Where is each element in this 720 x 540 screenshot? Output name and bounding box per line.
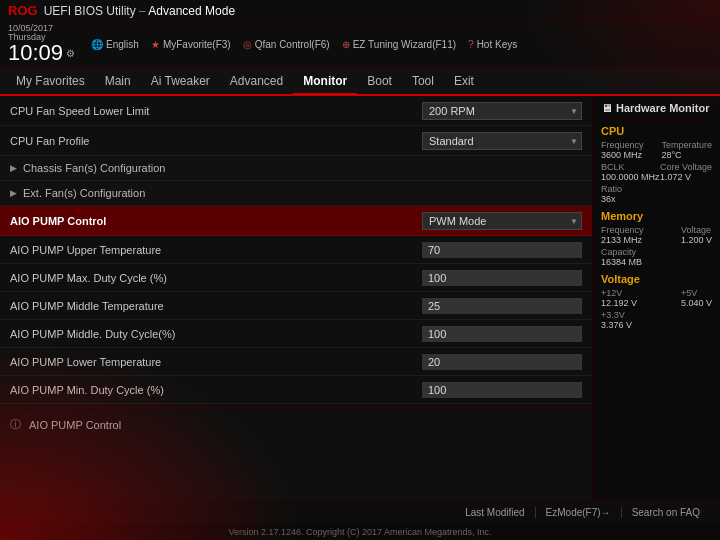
time-text: 10:09 <box>8 42 63 64</box>
chassis-fan-section[interactable]: ▶ Chassis Fan(s) Configuration <box>0 156 592 181</box>
aio-pump-upper-temp-label: AIO PUMP Upper Temperature <box>10 244 422 256</box>
hot-keys-button[interactable]: ? Hot Keys <box>468 39 517 50</box>
hw-mem-freq-row: Frequency 2133 MHz Voltage 1.200 V <box>601 225 712 245</box>
aio-pump-min-duty-input[interactable] <box>422 382 582 398</box>
tab-advanced[interactable]: Advanced <box>220 69 293 93</box>
cpu-fan-profile-value[interactable]: Standard Silent Turbo <box>422 131 582 150</box>
aio-pump-control-row[interactable]: AIO PUMP Control PWM Mode DC Mode <box>0 206 592 236</box>
aio-pump-middle-duty-label: AIO PUMP Middle. Duty Cycle(%) <box>10 328 422 340</box>
status-bar: Last Modified EzMode(F7)→ Search on FAQ <box>0 501 720 523</box>
star-icon: ★ <box>151 39 160 50</box>
cpu-fan-profile-dropdown[interactable]: Standard Silent Turbo <box>422 132 582 150</box>
cpu-fan-profile-row[interactable]: CPU Fan Profile Standard Silent Turbo <box>0 126 592 156</box>
cpu-fan-speed-dropdown[interactable]: 200 RPM 300 RPM 400 RPM <box>422 102 582 120</box>
hw-monitor-title: 🖥 Hardware Monitor <box>601 102 712 119</box>
hardware-monitor-panel: 🖥 Hardware Monitor CPU Frequency 3600 MH… <box>592 96 720 501</box>
cpu-fan-speed-lower-limit-label: CPU Fan Speed Lower Limit <box>10 105 422 117</box>
expand-arrow-chassis: ▶ <box>10 163 17 173</box>
hw-voltage-section: Voltage <box>601 273 712 285</box>
wizard-icon: ⊕ <box>342 39 350 50</box>
search-faq-button[interactable]: Search on FAQ <box>621 507 710 518</box>
ez-mode-button[interactable]: EzMode(F7)→ <box>535 507 621 518</box>
aio-pump-upper-temp-input[interactable] <box>422 242 582 258</box>
tab-exit[interactable]: Exit <box>444 69 484 93</box>
tab-boot[interactable]: Boot <box>357 69 402 93</box>
aio-pump-middle-temp-row[interactable]: AIO PUMP Middle Temperature <box>0 292 592 320</box>
aio-pump-max-duty-row[interactable]: AIO PUMP Max. Duty Cycle (%) <box>0 264 592 292</box>
hw-cpu-section: CPU <box>601 125 712 137</box>
aio-pump-lower-temp-row[interactable]: AIO PUMP Lower Temperature <box>0 348 592 376</box>
tab-tool[interactable]: Tool <box>402 69 444 93</box>
aio-pump-middle-duty-value[interactable] <box>422 326 582 342</box>
expand-arrow-ext: ▶ <box>10 188 17 198</box>
main-panel: CPU Fan Speed Lower Limit 200 RPM 300 RP… <box>0 96 592 501</box>
footer: Version 2.17.1246. Copyright (C) 2017 Am… <box>0 523 720 540</box>
bottom-description: AIO PUMP Control <box>29 419 121 431</box>
nav-bar: My Favorites Main Ai Tweaker Advanced Mo… <box>0 68 720 96</box>
rog-logo: ROG <box>8 3 38 18</box>
monitor-icon: 🖥 <box>601 102 612 114</box>
tab-my-favorites[interactable]: My Favorites <box>6 69 95 93</box>
aio-pump-middle-temp-value[interactable] <box>422 298 582 314</box>
hw-cpu-freq-row: Frequency 3600 MHz Temperature 28°C <box>601 140 712 160</box>
ext-fan-label: Ext. Fan(s) Configuration <box>23 187 145 199</box>
ez-tuning-button[interactable]: ⊕ EZ Tuning Wizard(F11) <box>342 39 456 50</box>
aio-pump-control-value[interactable]: PWM Mode DC Mode <box>422 211 582 230</box>
globe-icon: 🌐 <box>91 39 103 50</box>
aio-pump-min-duty-row[interactable]: AIO PUMP Min. Duty Cycle (%) <box>0 376 592 404</box>
aio-pump-upper-temp-value[interactable] <box>422 242 582 258</box>
settings-icon[interactable]: ⚙ <box>66 48 75 59</box>
aio-pump-middle-temp-input[interactable] <box>422 298 582 314</box>
hw-mem-capacity-row: Capacity 16384 MB <box>601 247 712 267</box>
cpu-fan-speed-lower-limit-row[interactable]: CPU Fan Speed Lower Limit 200 RPM 300 RP… <box>0 96 592 126</box>
aio-pump-lower-temp-label: AIO PUMP Lower Temperature <box>10 356 422 368</box>
hw-cpu-bclk-row: BCLK 100.0000 MHz Core Voltage 1.072 V <box>601 162 712 182</box>
hw-cpu-ratio-row: Ratio 36x <box>601 184 712 204</box>
aio-pump-min-duty-value[interactable] <box>422 382 582 398</box>
tab-main[interactable]: Main <box>95 69 141 93</box>
last-modified-button[interactable]: Last Modified <box>455 507 534 518</box>
aio-pump-min-duty-label: AIO PUMP Min. Duty Cycle (%) <box>10 384 422 396</box>
aio-pump-control-label: AIO PUMP Control <box>10 215 422 227</box>
my-favorites-button[interactable]: ★ MyFavorite(F3) <box>151 39 231 50</box>
fan-icon: ◎ <box>243 39 252 50</box>
aio-pump-max-duty-value[interactable] <box>422 270 582 286</box>
aio-pump-lower-temp-input[interactable] <box>422 354 582 370</box>
qfan-control-button[interactable]: ◎ Qfan Control(F6) <box>243 39 330 50</box>
hw-memory-section: Memory <box>601 210 712 222</box>
aio-pump-middle-temp-label: AIO PUMP Middle Temperature <box>10 300 422 312</box>
hw-voltage-12v-row: +12V 12.192 V +5V 5.040 V <box>601 288 712 308</box>
cpu-fan-profile-label: CPU Fan Profile <box>10 135 422 147</box>
aio-pump-max-duty-label: AIO PUMP Max. Duty Cycle (%) <box>10 272 422 284</box>
aio-pump-middle-duty-row[interactable]: AIO PUMP Middle. Duty Cycle(%) <box>0 320 592 348</box>
aio-pump-max-duty-input[interactable] <box>422 270 582 286</box>
ext-fan-section[interactable]: ▶ Ext. Fan(s) Configuration <box>0 181 592 206</box>
tab-ai-tweaker[interactable]: Ai Tweaker <box>141 69 220 93</box>
hw-voltage-33v-row: +3.3V 3.376 V <box>601 310 712 330</box>
aio-pump-lower-temp-value[interactable] <box>422 354 582 370</box>
cpu-fan-speed-lower-limit-value[interactable]: 200 RPM 300 RPM 400 RPM <box>422 101 582 120</box>
aio-pump-middle-duty-input[interactable] <box>422 326 582 342</box>
chassis-fan-label: Chassis Fan(s) Configuration <box>23 162 165 174</box>
hotkeys-icon: ? <box>468 39 474 50</box>
info-icon-circle: ⓘ <box>10 417 21 432</box>
aio-pump-upper-temp-row[interactable]: AIO PUMP Upper Temperature <box>0 236 592 264</box>
tab-monitor[interactable]: Monitor <box>293 69 357 95</box>
bios-title: UEFI BIOS Utility – Advanced Mode <box>44 4 235 18</box>
language-selector[interactable]: 🌐 English <box>91 39 139 50</box>
aio-pump-control-dropdown[interactable]: PWM Mode DC Mode <box>422 212 582 230</box>
datetime-display: 10/05/2017 Thursday 10:09 ⚙ <box>8 24 75 64</box>
